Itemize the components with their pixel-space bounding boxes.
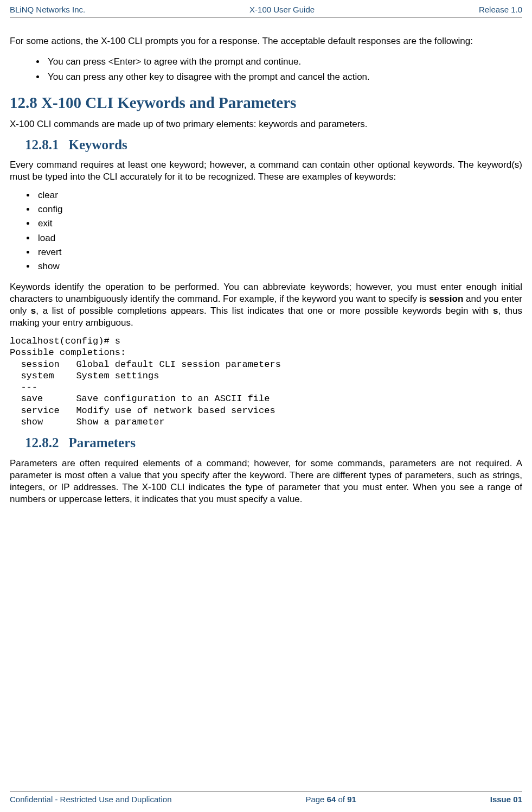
subsection-title: Parameters (69, 435, 136, 450)
list-item: exit (36, 218, 522, 230)
text-span: Page (305, 795, 326, 804)
text-span: , a list of possible completions appears… (36, 306, 493, 316)
subsection-heading-12-8-1: 12.8.1Keywords (10, 136, 522, 154)
bold-keyword: session (429, 294, 463, 304)
list-item: You can press any other key to disagree … (46, 71, 522, 83)
page-footer: Confidential - Restricted Use and Duplic… (10, 791, 522, 805)
list-item: config (36, 204, 522, 215)
page-content: For some actions, the X-100 CLI prompts … (10, 35, 522, 506)
header-doc-title: X-100 User Guide (249, 4, 315, 15)
section-12-8-lead: X-100 CLI commands are made up of two pr… (10, 118, 522, 130)
bold-keyword: s (31, 306, 36, 316)
header-release: Release 1.0 (479, 4, 522, 15)
intro-paragraph: For some actions, the X-100 CLI prompts … (10, 35, 522, 47)
page-total: 91 (347, 795, 356, 804)
subsection-heading-12-8-2: 12.8.2Parameters (10, 434, 522, 452)
list-item: revert (36, 246, 522, 258)
page-header: BLiNQ Networks Inc. X-100 User Guide Rel… (10, 4, 522, 18)
subsection-title: Keywords (69, 137, 127, 152)
text-span: of (336, 795, 347, 804)
footer-issue: Issue 01 (490, 794, 522, 805)
keywords-intro-para: Every command requires at least one keyw… (10, 159, 522, 183)
subsection-number: 12.8.1 (25, 137, 59, 152)
keywords-abbrev-para: Keywords identify the operation to be pe… (10, 281, 522, 329)
document-page: BLiNQ Networks Inc. X-100 User Guide Rel… (0, 0, 532, 812)
list-item: show (36, 261, 522, 272)
intro-bullet-list: You can press <Enter> to agree with the … (10, 56, 522, 83)
list-item: load (36, 232, 522, 244)
cli-output-block: localhost(config)# s Possible completion… (10, 335, 522, 428)
footer-page-number: Page 64 of 91 (305, 794, 356, 805)
keyword-list: clear config exit load revert show (10, 189, 522, 272)
list-item: clear (36, 189, 522, 201)
section-heading-12-8: 12.8 X-100 CLI Keywords and Parameters (10, 93, 522, 113)
parameters-para: Parameters are often required elements o… (10, 458, 522, 505)
subsection-number: 12.8.2 (25, 435, 59, 450)
footer-confidential: Confidential - Restricted Use and Duplic… (10, 794, 171, 805)
page-current: 64 (327, 795, 336, 804)
header-company: BLiNQ Networks Inc. (10, 4, 85, 15)
list-item: You can press <Enter> to agree with the … (46, 56, 522, 68)
